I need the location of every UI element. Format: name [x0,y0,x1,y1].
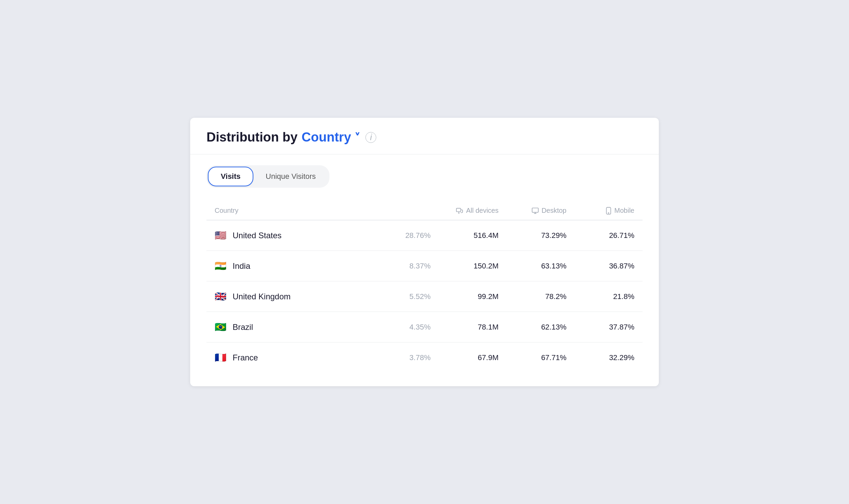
flag-fr: 🇫🇷 [215,352,227,363]
flag-in: 🇮🇳 [215,260,227,271]
card-body: Visits Unique Visitors Country All devic… [190,155,659,386]
mobile-value: 21.8% [613,292,634,301]
country-cell: 🇬🇧 United Kingdom [215,291,370,302]
flag-gb: 🇬🇧 [215,291,227,302]
distribution-card: Distribution by Country ˅ i Visits Uniqu… [190,118,659,386]
svg-rect-0 [456,208,461,212]
desktop-value: 73.29% [541,231,566,240]
desktop-icon [531,207,539,215]
col-header-mobile: Mobile [566,207,634,215]
share-value: 28.76% [405,231,430,240]
country-cell: 🇧🇷 Brazil [215,321,370,332]
desktop-value: 63.13% [541,262,566,270]
share-value: 4.35% [410,323,430,331]
country-name: United States [233,231,282,240]
mobile-icon [605,207,612,215]
all-devices-value: 99.2M [478,292,498,301]
tab-group: Visits Unique Visitors [207,165,330,188]
title-prefix: Distribution by [207,130,298,145]
country-cell: 🇮🇳 India [215,260,370,271]
all-devices-value: 67.9M [478,353,498,362]
col-header-country: Country [215,207,370,215]
tab-visits[interactable]: Visits [208,167,253,186]
svg-point-3 [608,213,609,213]
card-title: Distribution by Country ˅ i [207,130,642,145]
share-value: 5.52% [410,292,430,301]
mobile-value: 37.87% [609,323,634,331]
share-value: 3.78% [410,353,430,362]
all-devices-value: 516.4M [474,231,498,240]
desktop-value: 62.13% [541,323,566,331]
flag-us: 🇺🇸 [215,230,227,241]
table-header: Country All devices De [207,201,642,220]
country-name: France [233,353,258,362]
country-cell: 🇫🇷 France [215,352,370,363]
table-row: 🇧🇷 Brazil 4.35% 78.1M 62.13% 37.87% [207,312,642,342]
desktop-value: 67.71% [541,353,566,362]
col-header-desktop: Desktop [498,207,566,215]
all-devices-icon [456,207,463,215]
mobile-value: 36.87% [609,262,634,270]
country-name: United Kingdom [233,292,291,301]
table-row: 🇫🇷 France 3.78% 67.9M 67.71% 32.29% [207,342,642,373]
col-header-share [370,207,430,215]
country-cell: 🇺🇸 United States [215,230,370,241]
title-dimension: Country ˅ [302,130,360,145]
table-row: 🇮🇳 India 8.37% 150.2M 63.13% 36.87% [207,251,642,281]
table-row: 🇺🇸 United States 28.76% 516.4M 73.29% 26… [207,220,642,251]
tab-unique-visitors[interactable]: Unique Visitors [253,167,328,186]
all-devices-value: 78.1M [478,323,498,331]
card-header: Distribution by Country ˅ i [190,118,659,155]
country-table: Country All devices De [207,201,642,373]
desktop-value: 78.2% [545,292,566,301]
flag-br: 🇧🇷 [215,321,227,332]
svg-rect-1 [532,208,538,212]
country-name: Brazil [233,322,253,332]
country-name: India [233,261,250,271]
all-devices-value: 150.2M [474,262,498,270]
mobile-value: 32.29% [609,353,634,362]
info-icon[interactable]: i [366,132,376,143]
mobile-value: 26.71% [609,231,634,240]
table-row: 🇬🇧 United Kingdom 5.52% 99.2M 78.2% 21.8… [207,281,642,312]
col-header-all-devices: All devices [430,207,498,215]
share-value: 8.37% [410,262,430,270]
chevron-down-icon[interactable]: ˅ [355,132,360,144]
